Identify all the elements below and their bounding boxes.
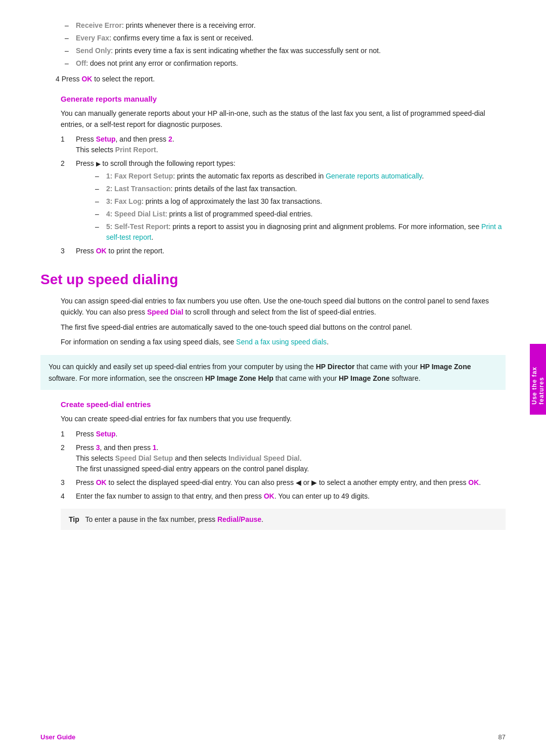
num3-link: 3 bbox=[96, 443, 100, 452]
footer: User Guide 87 bbox=[40, 733, 506, 741]
highlight-mid1: that came with your bbox=[354, 363, 420, 371]
send-fax-speed-dials-link: Send a fax using speed dials bbox=[236, 338, 327, 346]
print-report-link: Print Report bbox=[115, 146, 156, 154]
create-step2-sub1: This selects Speed Dial Setup and then s… bbox=[76, 454, 302, 462]
generate-manually-intro: You can manually generate reports about … bbox=[40, 108, 506, 130]
generate-reports-auto-link: Generate reports automatically bbox=[326, 172, 422, 180]
create-step4-number: 4 bbox=[61, 491, 65, 502]
report-type-1: 1: Fax Report Setup: prints the automati… bbox=[91, 171, 506, 182]
gen-step2-number: 2 bbox=[61, 158, 65, 169]
gen-step1-sub: This selects Print Report. bbox=[76, 146, 158, 154]
gen-step1: 1 Press Setup, and then press 2. This se… bbox=[61, 134, 506, 155]
bullet-list-top: Receive Error: prints whenever there is … bbox=[40, 20, 506, 69]
hp-image-zone-bold1: HP Image Zone bbox=[420, 363, 471, 371]
report-type-2: 2: Last Transaction: prints details of t… bbox=[91, 184, 506, 194]
speed-dialing-heading: Set up speed dialing bbox=[40, 272, 506, 288]
speed-dialing-para1: You can assign speed-dial entries to fax… bbox=[61, 296, 506, 318]
highlight-mid3: that came with your bbox=[274, 374, 339, 382]
create-step4: 4 Enter the fax number to assign to that… bbox=[61, 491, 506, 502]
setup-link-create: Setup bbox=[96, 430, 116, 438]
footer-page-number: 87 bbox=[498, 733, 506, 741]
create-speed-dial-intro: You can create speed-dial entries for fa… bbox=[61, 414, 506, 425]
fax-log-label: 3: Fax Log bbox=[106, 197, 142, 205]
redial-pause-link: Redial/Pause bbox=[217, 515, 261, 523]
speed-dialing-para3: For information on sending a fax using s… bbox=[61, 337, 506, 348]
report-type-4: 4: Speed Dial List: prints a list of pro… bbox=[91, 209, 506, 219]
off-label: Off bbox=[76, 59, 86, 67]
step4-container: 4 Press OK to select the report. bbox=[40, 74, 506, 84]
gen-step2: 2 Press ▶ to scroll through the followin… bbox=[61, 158, 506, 243]
every-fax-text: : confirms every time a fax is sent or r… bbox=[109, 34, 253, 42]
report-type-3: 3: Fax Log: prints a log of approximatel… bbox=[91, 196, 506, 207]
fax-report-setup-label: 1: Fax Report Setup bbox=[106, 172, 173, 180]
tip-label: Tip bbox=[69, 515, 79, 523]
create-speed-dial-heading: Create speed-dial entries bbox=[40, 400, 506, 409]
create-step2-text: Press 3, and then press 1. bbox=[76, 443, 158, 452]
ok-link-step3: OK bbox=[96, 247, 107, 255]
create-step1-text: Press Setup. bbox=[76, 430, 117, 438]
highlight-mid2: software. For more information, see the … bbox=[49, 374, 205, 382]
last-transaction-label: 2: Last Transaction bbox=[106, 185, 171, 193]
gen-step3-text: Press OK to print the report. bbox=[76, 247, 164, 255]
speed-dialing-para2: The first five speed-dial entries are au… bbox=[61, 322, 506, 333]
create-step2-number: 2 bbox=[61, 442, 65, 453]
create-step1-number: 1 bbox=[61, 429, 65, 439]
tip-text: To enter a pause in the fax number, pres… bbox=[85, 515, 263, 523]
generate-manually-steps: 1 Press Setup, and then press 2. This se… bbox=[40, 134, 506, 256]
speed-dial-list-label: 4: Speed Dial List bbox=[106, 210, 165, 218]
num1-link: 1 bbox=[153, 443, 157, 452]
hp-image-zone-bold2: HP Image Zone bbox=[339, 374, 390, 382]
every-fax-label: Every Fax bbox=[76, 34, 109, 42]
create-step1: 1 Press Setup. bbox=[61, 429, 506, 439]
create-step3-text: Press OK to select the displayed speed-d… bbox=[76, 478, 481, 486]
step4-number: 4 bbox=[56, 75, 60, 83]
off-text: : does not print any error or confirmati… bbox=[86, 59, 238, 67]
send-only-text: : prints every time a fax is sent indica… bbox=[111, 47, 381, 55]
hp-director-bold: HP Director bbox=[316, 363, 355, 371]
report-type-5: 5: Self-Test Report: prints a report to … bbox=[91, 221, 506, 243]
gen-step3-number: 3 bbox=[61, 246, 65, 256]
create-step3: 3 Press OK to select the displayed speed… bbox=[61, 477, 506, 488]
right-arrow-icon: ▶ bbox=[96, 160, 101, 167]
bullet-item-receive-error: Receive Error: prints whenever there is … bbox=[61, 20, 506, 31]
self-test-report-label: 5: Self-Test Report bbox=[106, 223, 168, 231]
page-container: Receive Error: prints whenever there is … bbox=[0, 0, 546, 756]
speed-dialing-content: You can assign speed-dial entries to fax… bbox=[40, 296, 506, 348]
individual-speed-dial-link: Individual Speed Dial bbox=[229, 454, 300, 462]
bullet-item-off: Off: does not print any error or confirm… bbox=[61, 58, 506, 69]
speed-dial-link: Speed Dial bbox=[147, 308, 184, 316]
bullet-item-every-fax: Every Fax: confirms every time a fax is … bbox=[61, 33, 506, 43]
ok-link-create-4: OK bbox=[264, 492, 275, 500]
side-tab: Use the fax features bbox=[530, 344, 546, 415]
create-step2: 2 Press 3, and then press 1. This select… bbox=[61, 442, 506, 474]
gen-step1-text: Press Setup, and then press 2. bbox=[76, 135, 174, 143]
create-speed-dial-content: You can create speed-dial entries for fa… bbox=[40, 414, 506, 530]
generate-manually-para: You can manually generate reports about … bbox=[61, 108, 506, 130]
receive-error-label: Receive Error bbox=[76, 21, 122, 29]
report-types-list: 1: Fax Report Setup: prints the automati… bbox=[76, 171, 506, 243]
speed-dial-setup-link: Speed Dial Setup bbox=[115, 454, 173, 462]
gen-step2-text: Press ▶ to scroll through the following … bbox=[76, 159, 236, 167]
setup-link-1: Setup bbox=[96, 135, 116, 143]
gen-step1-number: 1 bbox=[61, 134, 65, 145]
footer-user-guide: User Guide bbox=[40, 733, 75, 741]
generate-manually-heading: Generate reports manually bbox=[40, 95, 506, 103]
bullet-item-send-only: Send Only: prints every time a fax is se… bbox=[61, 46, 506, 56]
ok-link-create-3: OK bbox=[96, 478, 107, 486]
hp-image-zone-help-bold: HP Image Zone Help bbox=[205, 374, 274, 382]
highlight-end: software. bbox=[390, 374, 421, 382]
highlight-box: You can quickly and easily set up speed-… bbox=[40, 355, 506, 390]
highlight-pre: You can quickly and easily set up speed-… bbox=[49, 363, 316, 371]
receive-error-text: : prints whenever there is a receiving e… bbox=[122, 21, 256, 29]
tip-box: Tip To enter a pause in the fax number, … bbox=[61, 509, 506, 530]
num2-link: 2 bbox=[168, 135, 172, 143]
gen-step3: 3 Press OK to print the report. bbox=[61, 246, 506, 256]
send-only-label: Send Only bbox=[76, 47, 111, 55]
create-step4-text: Enter the fax number to assign to that e… bbox=[76, 492, 370, 500]
step4-text: Press OK to select the report. bbox=[62, 75, 155, 83]
ok-link-step4: OK bbox=[81, 75, 92, 83]
create-step2-sub2: The first unassigned speed-dial entry ap… bbox=[76, 465, 309, 473]
create-step3-number: 3 bbox=[61, 477, 65, 488]
step4-item: 4 Press OK to select the report. bbox=[40, 74, 506, 84]
ok-link-create-3b: OK bbox=[468, 478, 479, 486]
